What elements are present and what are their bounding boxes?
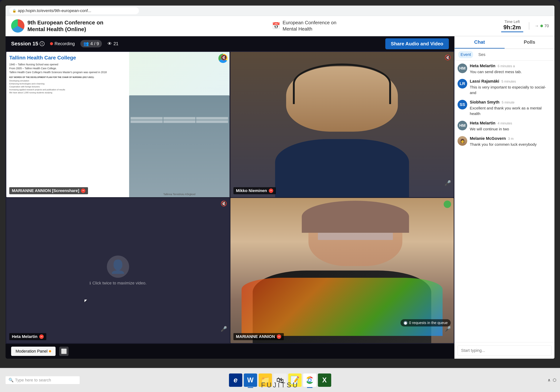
lock-icon: 🔒: [12, 9, 16, 13]
screenshare-sound-icon[interactable]: 🔇: [221, 54, 227, 60]
taskbar-app-word[interactable]: W: [244, 373, 257, 387]
msg-time-heta1: 6 minutes a: [498, 64, 515, 68]
search-icon: 🔍: [9, 378, 13, 382]
chat-input-area: [455, 342, 554, 359]
header-right: Time Left 9h:2m → 70: [501, 20, 549, 32]
taskbar-network-icon: ⬡: [553, 378, 556, 382]
heta-video-cell[interactable]: ℹ Click twice to maximize video. 🔇 🎤 Het…: [6, 198, 230, 343]
video-section: Session 15 i Recording 👥 4 / 9 👁 21: [6, 36, 454, 359]
headphones: [293, 64, 391, 104]
time-left-label: Time Left: [504, 20, 520, 24]
header-divider: [529, 22, 529, 30]
video-top-bar: Session 15 i Recording 👥 4 / 9 👁 21: [6, 36, 454, 51]
heta-name: Heta Melartin: [12, 334, 37, 339]
chat-message-heta1: HM Heta Melartin 6 minutes a You can sen…: [458, 64, 551, 74]
msg-name-melanie: Melanie McGovern: [470, 136, 506, 141]
subtab-session[interactable]: Ses: [476, 51, 488, 58]
queue-text: 0 requests in the queue: [409, 321, 448, 325]
queue-info: ⬤ 0 requests in the queue: [400, 319, 451, 326]
window: [130, 120, 163, 123]
screen-icon-button[interactable]: ⬜: [59, 347, 69, 356]
screenshare-cell[interactable]: Tallinn Health Care College 1940 – Talli…: [6, 52, 230, 197]
mikko-sound-icon[interactable]: 🔇: [445, 54, 451, 60]
msg-content-melanie: Melanie McGovern 3 m Thank you for comme…: [470, 136, 551, 147]
chat-subtabs: Event Ses: [455, 49, 554, 60]
mikko-mic-icon[interactable]: 🎤: [445, 180, 451, 186]
slide-inner: Tallinn Health Care College 1940 – Talli…: [6, 52, 230, 197]
window: [163, 120, 195, 123]
chat-tabs: Chat Polls: [455, 36, 554, 49]
building-windows: [129, 116, 230, 124]
chat-input[interactable]: [458, 345, 551, 356]
fujitsu-logo: FUJITSU: [261, 381, 299, 389]
bullet-3: Cooperation with foreign lecturers: [9, 86, 126, 88]
window: [196, 117, 228, 120]
time-progress-bar: [501, 31, 523, 32]
mikko-video-cell[interactable]: 🔇 🎤 Mikko Nieminen −: [230, 52, 454, 197]
taskbar-search[interactable]: 🔍 Type here to search: [6, 376, 80, 384]
mute-button-heta[interactable]: −: [39, 334, 44, 339]
avatar-siobhan: SS: [458, 100, 467, 109]
chat-message-melanie: 👩 Melanie McGovern 3 m Thank you for com…: [458, 136, 551, 147]
mute-button-screenshare[interactable]: −: [81, 188, 85, 193]
marianne-hair: [302, 201, 409, 233]
logo-area: 9th European Conference on Mental Health…: [11, 19, 108, 33]
avatar-lassi: LR: [458, 79, 467, 88]
msg-name-heta2: Heta Melartin: [470, 121, 495, 126]
tab-polls[interactable]: Polls: [505, 36, 555, 49]
building-facade: [129, 95, 230, 197]
msg-name-siobhan: Siobhan Smyth: [470, 100, 500, 105]
app-title: 9th European Conference on Mental Health…: [27, 19, 108, 33]
time-left-value: 9h:2m: [503, 24, 521, 31]
subtab-event[interactable]: Event: [458, 51, 473, 58]
mute-button-mikko[interactable]: −: [269, 188, 273, 193]
session-info-icon[interactable]: i: [40, 41, 44, 46]
chat-messages: HM Heta Melartin 6 minutes a You can sen…: [455, 60, 554, 342]
url-text: app.hopin.to/events/9th-european-conf...: [18, 8, 91, 13]
viewers-count: 👁 21: [108, 41, 118, 46]
msg-header-heta1: Heta Melartin 6 minutes a: [470, 64, 551, 68]
users-number: 70: [544, 23, 549, 28]
bullet-5: We have about 1,000 nursing students stu…: [9, 91, 126, 94]
marianne-video-cell[interactable]: 🎤 MARIANNE ANNION − ⬤ 0 requests in the …: [230, 198, 454, 343]
msg-header-lassi: Lassi Rajamäki 5 minutes: [470, 79, 551, 84]
info-icon: ℹ: [90, 281, 91, 285]
screenshare-label: MARIANNE ANNION [Screenshare] −: [9, 187, 88, 194]
chat-message-siobhan: SS Siobhan Smyth 5 minute Excellent and …: [458, 100, 551, 116]
cursor-icon: [84, 300, 90, 302]
taskbar-app-edge[interactable]: e: [229, 373, 242, 387]
heta-sound-icon[interactable]: 🔇: [221, 201, 227, 207]
taskbar-chevron-up[interactable]: ∧: [548, 378, 550, 382]
app-header: 9th European Conference on Mental Health…: [6, 16, 554, 36]
moderation-panel-button[interactable]: Moderation Panel: [11, 347, 56, 356]
marianne-mic-icon[interactable]: 🎤: [445, 326, 451, 332]
video-bottom-bar: Moderation Panel ⬜: [6, 344, 454, 359]
msg-time-melanie: 3 m: [508, 137, 513, 141]
bullet-2: Enhancing technologies and e-learning: [9, 83, 126, 85]
heta-silhouette: [107, 255, 129, 278]
taskbar-app-excel[interactable]: X: [318, 373, 331, 387]
taskbar-app-chrome[interactable]: [303, 373, 316, 387]
avatar-heta2: HM: [458, 121, 467, 130]
browser-chrome: 🔒 app.hopin.to/events/9th-european-conf.…: [6, 6, 554, 16]
users-count: → 70: [535, 23, 549, 28]
marianne-label: MARIANNE ANNION −: [233, 333, 284, 340]
heta-mic-icon[interactable]: 🎤: [221, 326, 227, 332]
mute-button-marianne[interactable]: −: [277, 334, 281, 339]
msg-name-heta1: Heta Melartin: [470, 64, 495, 68]
taskbar-right: ∧ ⬡: [548, 378, 556, 382]
mikko-body: [275, 139, 409, 197]
slide-title: Tallinn Health Care College: [9, 55, 126, 61]
msg-text-lassi: This is very important to especially to …: [470, 84, 551, 95]
time-left-area: Time Left 9h:2m: [501, 20, 523, 32]
tab-chat[interactable]: Chat: [455, 36, 505, 49]
heta-label: Heta Melartin −: [9, 333, 46, 340]
slide-line3: Tallinn Health Care College's Health Sci…: [9, 70, 126, 74]
slide-line2: From 2005 – Tallinn Health Care College.: [9, 67, 126, 70]
msg-text-heta1: You can send direct mess tab.: [470, 69, 551, 74]
share-audio-video-button[interactable]: Share Audio and Video: [385, 38, 449, 49]
chat-message-lassi: LR Lassi Rajamäki 5 minutes This is very…: [458, 79, 551, 95]
browser-address-bar[interactable]: 🔒 app.hopin.to/events/9th-european-conf.…: [9, 7, 139, 14]
click-hint-text: Click twice to maximize video.: [92, 281, 147, 285]
msg-header-siobhan: Siobhan Smyth 5 minute: [470, 100, 551, 105]
